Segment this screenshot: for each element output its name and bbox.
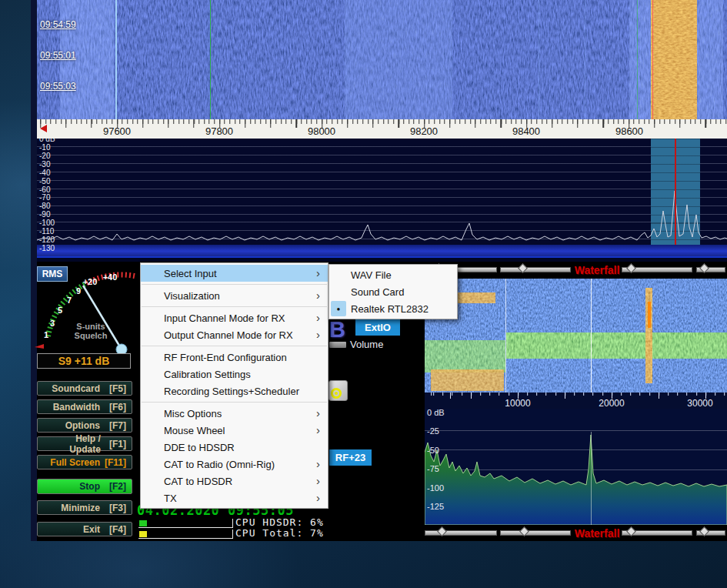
menu-item-calibration-settings[interactable]: Calibration Settings [141,366,328,383]
menu-item-cat-to-radio[interactable]: CAT to Radio (Omni-Rig) › [141,456,328,473]
tuning-cursor-line[interactable] [675,139,676,245]
menu-item-misc-options[interactable]: Misc Options › [141,405,328,422]
menu-item-rf-front-end-configuration[interactable]: RF Front-End Configuration [141,349,328,366]
db-label: -110 [39,228,55,236]
waterfall-slider-track[interactable] [500,267,571,272]
s-unit-label: 3 [50,319,55,328]
frequency-tick-label: 97800 [196,125,242,137]
s-meter-mode-label: Squelch [75,331,108,340]
menu-separator [142,402,327,403]
db-label: -120 [39,236,55,244]
spectrum-bottom-band [37,245,727,256]
menu-item-recording-settings-scheduler[interactable]: Recording Settings+Scheduler [141,383,328,399]
bandwidth-button[interactable]: Bandwidth[F6] [37,399,132,414]
cpu-hdsdr-text: CPU HDSDR: 6% [235,516,324,528]
frequency-tick-label: 98400 [503,125,549,137]
zoom-frequency-tick-label: 20000 [589,398,635,409]
scale-left-arrow-icon[interactable] [40,125,47,132]
s-unit-label: 5 [58,306,62,315]
db-label: -90 [39,211,55,219]
soundcard-button[interactable]: Soundcard[F5] [37,381,132,396]
waterfall-timestamp: 09:54:59 [40,19,76,30]
db-axis-labels: 0 dB -10 -20 -30 -40 -50 -60 -70 -80 -90… [39,139,55,252]
exit-button[interactable]: Exit[F4] [37,522,132,536]
full-screen-button[interactable]: Full Screen[F11] [37,455,132,469]
hdsdr-window: 09:54:59 09:55:01 09:55:03 97600 97800 9… [31,0,727,541]
zoomed-waterfall-display[interactable] [425,279,727,393]
db-label: -75 [427,465,445,473]
cpu-hdsdr-bar [138,519,233,528]
stop-button[interactable]: Stop[F2] [37,479,132,494]
yellow-target-icon-button[interactable] [328,380,348,401]
submenu-arrow-icon: › [316,312,320,323]
db-label: -50 [39,178,55,185]
hdsdr-logo-partial: B [329,317,345,342]
waterfall-label: Waterfall [572,264,622,276]
volume-slider[interactable] [329,342,346,348]
menu-separator [142,306,327,307]
menu-item-input-channel-mode[interactable]: Input Channel Mode for RX › [141,309,328,326]
submenu-arrow-icon: › [316,329,320,340]
db-label: -70 [39,194,55,202]
s-unit-label: 7 [67,296,72,305]
main-waterfall-display[interactable]: 09:54:59 09:55:01 09:55:03 [37,0,727,119]
needle-pivot [116,344,127,353]
zoom-frequency-tick-label: 10000 [495,398,541,409]
waterfall-signal-line [115,0,117,119]
menu-item-tx[interactable]: TX › [141,489,328,506]
waterfall-green-marker-line [210,0,211,119]
db-label: -130 [39,245,55,252]
zoomed-waterfall-panel: Waterfall [423,262,727,541]
waterfall-tune-line [652,0,653,119]
options-button[interactable]: Options[F7] [37,418,132,433]
top-slider-row: Waterfall [423,262,727,278]
frequency-tick-label: 97600 [94,125,140,137]
menu-item-mouse-wheel[interactable]: Mouse Wheel › [141,422,328,439]
db-label: -25 [427,427,445,436]
main-spectrum-display[interactable]: 0 dB -10 -20 -30 -40 -50 -60 -70 -80 -90… [37,139,727,256]
menu-separator [142,284,327,285]
zoom-frequency-scale[interactable]: 10000 20000 30000 [425,393,727,409]
extio-button[interactable]: ExtIO [355,319,400,336]
rms-mode-badge[interactable]: RMS [37,266,68,282]
db-label: -50 [427,446,445,455]
submenu-arrow-icon: › [316,493,320,503]
db-label: 0 dB [427,409,445,417]
squelch-marker-icon [35,344,44,349]
db-label: -100 [39,219,55,227]
waterfall-faint-line [585,0,585,119]
help-update-button[interactable]: Help / Update[F1] [37,436,132,451]
waterfall-green-marker-line [637,0,638,119]
submenu-item-sound-card[interactable]: Sound Card [329,283,457,300]
signal-strength-readout: S9 +11 dB [37,353,131,369]
s-unit-label: 1 [44,330,48,339]
s-unit-label: 9 [76,286,81,296]
waterfall-label: Waterfall [572,527,622,540]
menu-item-select-input[interactable]: Select Input › [141,265,328,282]
waterfall-slider-track[interactable] [500,530,571,536]
waterfall-timestamp: 09:55:01 [40,50,76,61]
db-label: -20 [39,152,55,160]
db-label: -125 [427,503,445,511]
frequency-tick-label: 98600 [606,125,652,137]
rf-gain-button[interactable]: RF+23 [329,449,372,466]
menu-item-cat-to-hdsdr[interactable]: CAT to HDSDR › [141,473,328,489]
s-unit-label: +20 [83,277,98,286]
submenu-item-wav-file[interactable]: WAV File [329,266,457,283]
waterfall-slider-track[interactable] [425,530,497,536]
menu-item-output-channel-mode[interactable]: Output Channel Mode for RX › [141,326,328,343]
frequency-scale[interactable]: 97600 97800 98000 98200 98400 98600 [37,119,727,139]
menu-item-visualization[interactable]: Visualization › [141,287,328,304]
submenu-item-realtek-rtl2832[interactable]: ● Realtek RTL2832 [329,300,457,317]
target-dot-icon [335,392,338,395]
s-unit-label: +40 [103,272,118,282]
zoom-frequency-tick-label: 30000 [677,398,723,409]
zoom-spectrum-display[interactable]: 0 dB -25 -50 -75 -100 -125 [425,409,727,525]
radio-bullet-icon: ● [331,301,346,316]
db-label: -30 [39,161,55,169]
minimize-button[interactable]: Minimize[F3] [37,500,132,515]
menu-item-dde-to-hdsdr[interactable]: DDE to HDSDR [141,439,328,456]
db-label: -40 [39,169,55,177]
cpu-total-text: CPU Total: 7% [235,527,324,539]
frequency-tick-label: 98000 [298,125,345,137]
